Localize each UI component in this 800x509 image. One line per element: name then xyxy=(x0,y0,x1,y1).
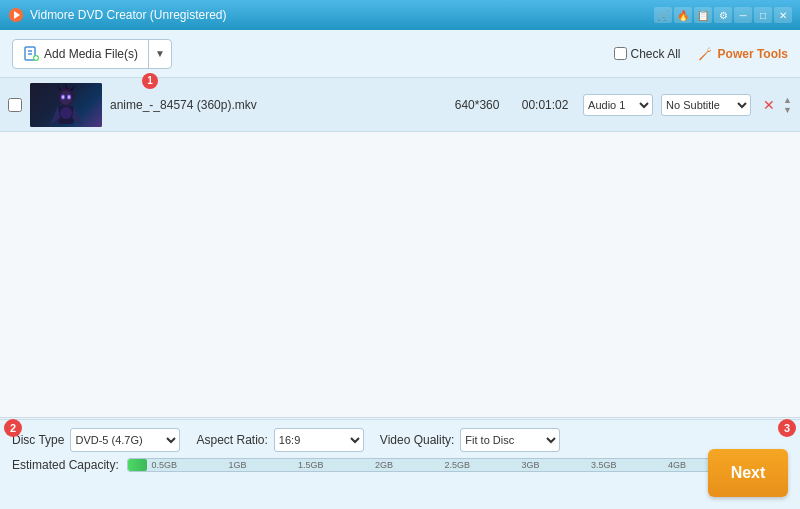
register-icon-btn[interactable]: 📋 xyxy=(694,7,712,23)
title-bar-controls: 🛒 🔥 📋 ⚙ ─ □ ✕ xyxy=(654,7,792,23)
remove-file-button[interactable]: ✕ xyxy=(763,97,775,113)
tick-3: 2GB xyxy=(347,460,420,471)
row-checkbox[interactable] xyxy=(8,98,22,112)
disc-type-label: Disc Type xyxy=(12,433,64,447)
add-media-main[interactable]: Add Media File(s) xyxy=(13,40,149,68)
disc-type-select[interactable]: DVD-5 (4.7G) DVD-9 (8.5G) Blu-ray 25G Bl… xyxy=(70,428,180,452)
aspect-ratio-group: Aspect Ratio: 16:9 4:3 xyxy=(196,428,363,452)
next-button[interactable]: Next xyxy=(708,449,788,497)
app-title: Vidmore DVD Creator (Unregistered) xyxy=(30,8,654,22)
tick-2: 1.5GB xyxy=(274,460,347,471)
add-media-dropdown-arrow[interactable]: ▼ xyxy=(149,40,171,68)
badge-3: 3 xyxy=(778,419,796,437)
file-resolution: 640*360 xyxy=(447,98,507,112)
check-all-checkbox[interactable] xyxy=(614,47,627,60)
settings-icon-btn[interactable]: ⚙ xyxy=(714,7,732,23)
tick-4: 2.5GB xyxy=(421,460,494,471)
tick-0: 0.5GB xyxy=(128,460,201,471)
move-up-icon[interactable]: ▲ xyxy=(783,95,792,105)
video-quality-select[interactable]: Fit to Disc Low Medium High xyxy=(460,428,560,452)
tick-6: 3.5GB xyxy=(567,460,640,471)
reorder-arrows[interactable]: ▲ ▼ xyxy=(783,95,792,115)
flame-icon-btn[interactable]: 🔥 xyxy=(674,7,692,23)
toolbar-right: Check All Power Tools xyxy=(614,46,788,62)
bottom-bar: 2 3 Disc Type DVD-5 (4.7G) DVD-9 (8.5G) … xyxy=(0,419,800,509)
settings-row: Disc Type DVD-5 (4.7G) DVD-9 (8.5G) Blu-… xyxy=(12,428,788,452)
badge-2: 2 xyxy=(4,419,22,437)
svg-point-16 xyxy=(60,107,72,119)
power-tools-label: Power Tools xyxy=(718,47,788,61)
svg-point-20 xyxy=(68,95,70,98)
tick-1: 1GB xyxy=(201,460,274,471)
wrench-icon xyxy=(697,46,713,62)
subtitle-select[interactable]: No Subtitle Subtitle 1 xyxy=(661,94,751,116)
toolbar: Add Media File(s) ▼ 1 Check All Power To… xyxy=(0,30,800,78)
badge-1: 1 xyxy=(142,73,158,89)
file-name: anime_-_84574 (360p).mkv xyxy=(110,98,439,112)
video-quality-label: Video Quality: xyxy=(380,433,455,447)
file-thumbnail xyxy=(30,83,102,127)
check-all-label[interactable]: Check All xyxy=(614,47,681,61)
capacity-row: Estimated Capacity: 0.5GB 1GB 1.5GB 2GB … xyxy=(12,458,788,472)
tick-7: 4GB xyxy=(640,460,713,471)
file-duration: 00:01:02 xyxy=(515,98,575,112)
video-quality-group: Video Quality: Fit to Disc Low Medium Hi… xyxy=(380,428,561,452)
power-tools-button[interactable]: Power Tools xyxy=(697,46,788,62)
aspect-ratio-select[interactable]: 16:9 4:3 xyxy=(274,428,364,452)
aspect-ratio-label: Aspect Ratio: xyxy=(196,433,267,447)
add-media-label: Add Media File(s) xyxy=(44,47,138,61)
minimize-btn[interactable]: ─ xyxy=(734,7,752,23)
tick-5: 3GB xyxy=(494,460,567,471)
svg-marker-11 xyxy=(70,85,75,91)
move-down-icon[interactable]: ▼ xyxy=(783,105,792,115)
anime-thumbnail-image xyxy=(30,83,102,127)
maximize-btn[interactable]: □ xyxy=(754,7,772,23)
capacity-track: 0.5GB 1GB 1.5GB 2GB 2.5GB 3GB 3.5GB 4GB … xyxy=(127,458,788,472)
capacity-ticks: 0.5GB 1GB 1.5GB 2GB 2.5GB 3GB 3.5GB 4GB … xyxy=(128,459,787,471)
title-bar: Vidmore DVD Creator (Unregistered) 🛒 🔥 📋… xyxy=(0,0,800,30)
app-logo-icon xyxy=(8,7,24,23)
table-row: anime_-_84574 (360p).mkv 640*360 00:01:0… xyxy=(0,78,800,132)
audio-track-select[interactable]: Audio 1 Audio 2 xyxy=(583,94,653,116)
svg-marker-9 xyxy=(57,85,62,91)
capacity-label: Estimated Capacity: xyxy=(12,458,119,472)
add-media-button[interactable]: Add Media File(s) ▼ xyxy=(12,39,172,69)
close-btn[interactable]: ✕ xyxy=(774,7,792,23)
file-list-area: anime_-_84574 (360p).mkv 640*360 00:01:0… xyxy=(0,78,800,418)
cart-icon-btn[interactable]: 🛒 xyxy=(654,7,672,23)
check-all-text: Check All xyxy=(631,47,681,61)
disc-type-group: Disc Type DVD-5 (4.7G) DVD-9 (8.5G) Blu-… xyxy=(12,428,180,452)
svg-point-19 xyxy=(62,95,64,98)
add-file-icon xyxy=(23,46,39,62)
